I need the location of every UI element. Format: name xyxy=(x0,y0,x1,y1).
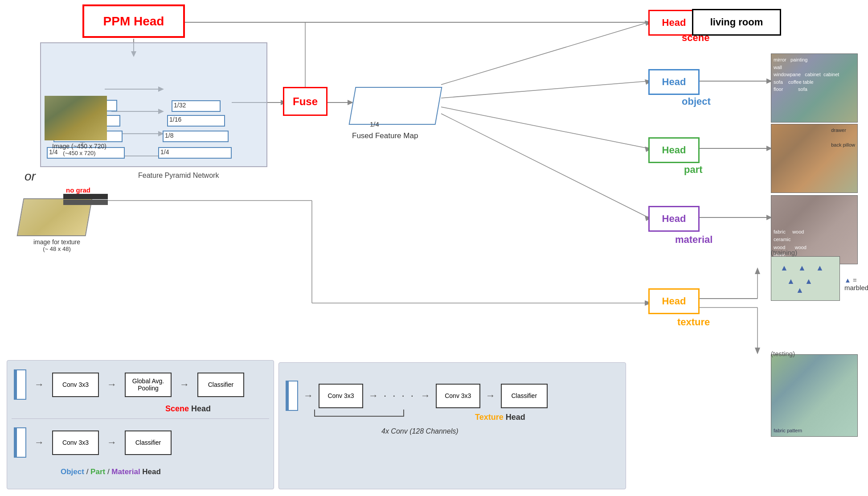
conv-dots: · · · · xyxy=(384,390,415,402)
texture-input-block xyxy=(286,381,298,411)
input-image xyxy=(45,96,107,140)
no-grad-bar1 xyxy=(63,194,108,199)
texture-classifier: Classifier xyxy=(501,384,548,408)
head-scene-label: Head xyxy=(662,17,686,29)
bottom-section-left: → Conv 3x3 → Global Avg. Pooling → Class… xyxy=(7,360,274,489)
scene-input-block xyxy=(14,369,26,400)
training-marbled-img: ▲ ▲ ▲ ▲ ▲ ▲ xyxy=(771,256,840,301)
fpn-label: Feature Pyramid Network xyxy=(138,172,219,180)
training-label: (training) xyxy=(771,249,797,256)
fused-map-label: Fused Feature Map xyxy=(352,131,418,140)
fpn-label-116: 1/16 xyxy=(169,116,181,123)
svg-line-29 xyxy=(441,107,648,148)
image-label: Image (~450 x 720) (~450 x 720) xyxy=(48,143,111,156)
fpn-label-18: 1/8 xyxy=(165,132,173,139)
scene-classifier: Classifier xyxy=(197,373,244,397)
head-texture-box: Head xyxy=(648,288,700,314)
no-grad-label: no grad xyxy=(66,186,90,194)
opm-classifier: Classifier xyxy=(125,430,172,455)
testing-result-img: fabric pattern xyxy=(771,354,858,437)
svg-line-27 xyxy=(441,81,648,98)
opm-input-block xyxy=(14,427,26,458)
no-grad-bar2 xyxy=(63,200,108,205)
living-room-label: living room xyxy=(710,16,763,28)
svg-marker-50 xyxy=(755,348,760,354)
head-object-box: Head xyxy=(648,69,700,95)
marbled-label: ▲ = marbled xyxy=(844,276,868,291)
bottom-section-right: → Conv 3x3 → · · · · → Conv 3x3 → Classi… xyxy=(278,362,626,489)
fused-feature-map xyxy=(349,87,442,125)
head-material-box: Head xyxy=(648,206,700,232)
fpn-label-14: 1/4 xyxy=(160,148,169,156)
opm-conv3x3: Conv 3x3 xyxy=(52,430,99,455)
texture-head-label: Texture Head xyxy=(475,413,525,422)
fraction-14-label: 1/4 xyxy=(370,120,379,128)
or-label: or xyxy=(25,169,36,184)
fpn-label-132: 1/32 xyxy=(174,102,186,109)
ppm-head-label: PPM Head xyxy=(103,14,164,29)
global-avg-pool: Global Avg. Pooling xyxy=(125,373,172,397)
head-object-label: Head xyxy=(662,76,686,88)
svg-marker-47 xyxy=(755,267,760,274)
svg-line-25 xyxy=(441,22,648,85)
head-part-box: Head xyxy=(648,137,700,163)
texture-image-label: image for texture (~ 48 x 48) xyxy=(18,238,96,252)
fpn-layer-14 xyxy=(158,147,232,159)
diagram-container: PPM Head Feature Pyramid Network 1/4 1/8… xyxy=(0,0,868,496)
material-sublabel: material xyxy=(675,234,712,246)
head-material-label: Head xyxy=(662,213,686,225)
object-sublabel: object xyxy=(682,96,711,107)
texture-conv2: Conv 3x3 xyxy=(436,384,480,408)
part-sublabel: part xyxy=(684,164,703,176)
living-room-box: living room xyxy=(692,9,781,36)
part-result-img: drawerback pillow xyxy=(771,124,858,193)
opm-head-label: Object / Part / Material Head xyxy=(61,467,161,476)
head-texture-label: Head xyxy=(662,295,686,307)
fuse-label: Fuse xyxy=(293,95,318,108)
svg-line-31 xyxy=(441,114,648,217)
texture-sublabel: texture xyxy=(677,316,710,328)
head-part-label: Head xyxy=(662,144,686,156)
testing-label: (testing) xyxy=(771,350,795,357)
ppm-head-box: PPM Head xyxy=(82,4,185,38)
four-x-conv-label: 4x Conv (128 Channels) xyxy=(381,427,459,435)
object-result-img: mirror paintingwallwindowpane cabinet ca… xyxy=(771,53,858,123)
fuse-box: Fuse xyxy=(283,87,328,116)
texture-conv1: Conv 3x3 xyxy=(319,384,363,408)
scene-head-label: Scene Head xyxy=(165,404,211,414)
scene-conv3x3: Conv 3x3 xyxy=(52,373,99,397)
